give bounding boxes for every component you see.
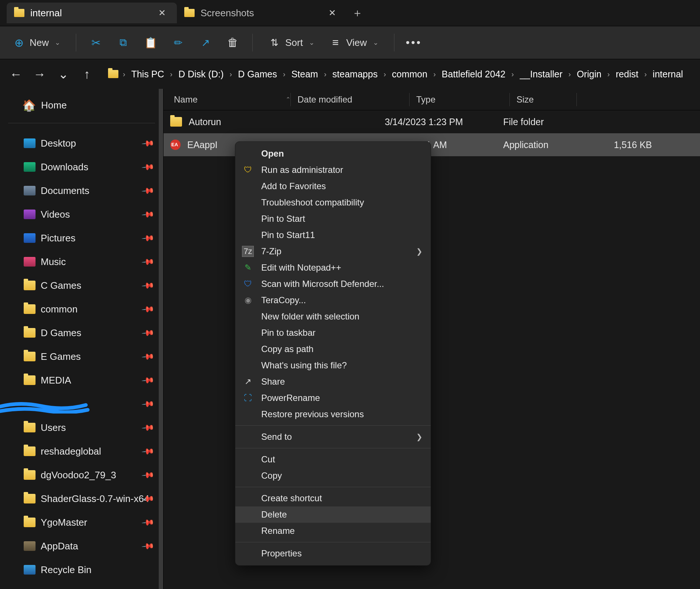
context-menu-item[interactable]: Create shortcut — [235, 490, 431, 506]
new-button[interactable]: ⊕ New ⌄ — [10, 33, 63, 52]
pin-icon: 📌 — [141, 515, 155, 529]
context-menu-item[interactable]: What's using this file? — [235, 357, 431, 374]
sidebar-item[interactable]: common📌 — [0, 297, 163, 321]
context-menu-label: Send to — [261, 432, 292, 442]
sidebar-item[interactable]: Music📌 — [0, 250, 163, 274]
pin-icon: 📌 — [141, 184, 155, 197]
back-button[interactable]: ← — [8, 67, 24, 81]
crumb[interactable]: common — [390, 67, 429, 81]
context-menu-item[interactable]: Open — [235, 145, 431, 162]
column-size[interactable]: Size — [510, 94, 576, 105]
context-menu-item[interactable]: Troubleshoot compatibility — [235, 194, 431, 211]
sidebar-item[interactable]: Pictures📌 — [0, 226, 163, 250]
sidebar-item[interactable]: reshadeglobal📌 — [0, 439, 163, 463]
cut-icon[interactable]: ✂ — [90, 36, 102, 49]
folder-icon — [14, 9, 24, 17]
chevron-right-icon: › — [169, 70, 174, 78]
crumb[interactable]: redist — [614, 67, 640, 81]
column-type[interactable]: Type — [410, 94, 509, 105]
crumb[interactable]: internal — [651, 67, 684, 81]
add-tab-button[interactable]: ＋ — [347, 3, 368, 23]
sidebar-item[interactable]: Downloads📌 — [0, 155, 163, 179]
sidebar-item[interactable]: Desktop📌 — [0, 131, 163, 155]
sidebar-item[interactable]: ShaderGlass-0.7-win-x64📌 — [0, 487, 163, 511]
pin-icon: 📌 — [141, 539, 155, 553]
sidebar-item[interactable]: D Games📌 — [0, 321, 163, 345]
context-menu-item[interactable]: Copy as path — [235, 341, 431, 357]
context-menu-item[interactable]: 7z7-Zip❯ — [235, 243, 431, 260]
column-headers: Name ⌃ Date modified Type Size — [164, 89, 700, 110]
sidebar-item[interactable]: C Games📌 — [0, 274, 163, 297]
more-icon[interactable]: ••• — [408, 36, 420, 49]
context-menu-item[interactable]: Cut — [235, 451, 431, 468]
crumb[interactable]: D Disk (D:) — [177, 67, 225, 81]
sidebar-item[interactable]: 📌 — [0, 392, 163, 416]
tab-screenshots[interactable]: Screenshots ✕ — [177, 3, 347, 23]
context-menu-item[interactable]: 🛡Scan with Microsoft Defender... — [235, 276, 431, 292]
folder-icon — [24, 281, 36, 290]
breadcrumb[interactable]: › This PC› D Disk (D:)› D Games› Steam› … — [103, 67, 692, 81]
sidebar-item[interactable]: Videos📌 — [0, 203, 163, 226]
context-menu-label: Rename — [261, 526, 295, 536]
share-icon[interactable]: ↗ — [199, 36, 212, 49]
crumb[interactable]: This PC — [130, 67, 166, 81]
paste-icon[interactable]: 📋 — [144, 36, 157, 49]
context-menu-item[interactable]: Send to❯ — [235, 429, 431, 445]
context-menu-divider — [235, 425, 431, 426]
sidebar-home[interactable]: 🏠 Home — [0, 93, 163, 117]
chevron-right-icon: › — [122, 70, 126, 78]
sidebar-item[interactable]: YgoMaster📌 — [0, 511, 163, 534]
context-menu-item[interactable]: Copy — [235, 468, 431, 484]
tab-internal[interactable]: internal ✕ — [7, 3, 177, 23]
context-menu-item[interactable]: ⛶PowerRename — [235, 390, 431, 406]
delete-icon[interactable]: 🗑 — [226, 36, 239, 49]
sidebar-item[interactable]: MEDIA📌 — [0, 368, 163, 392]
crumb[interactable]: __Installer — [518, 67, 564, 81]
defend-icon: 🛡 — [242, 279, 254, 289]
context-menu-item[interactable]: Add to Favorites — [235, 178, 431, 194]
context-menu-item[interactable]: Delete — [235, 506, 431, 523]
sort-button[interactable]: ⇅ Sort ⌄ — [266, 33, 317, 52]
crumb[interactable]: Steam — [290, 67, 319, 81]
crumb[interactable]: Battlefield 2042 — [440, 67, 507, 81]
forward-button[interactable]: → — [32, 67, 47, 81]
crumb[interactable]: Origin — [575, 67, 603, 81]
close-icon[interactable]: ✕ — [325, 6, 340, 20]
context-menu-item[interactable]: Properties — [235, 545, 431, 562]
pin-icon: 📌 — [141, 444, 155, 458]
column-divider[interactable] — [576, 93, 577, 106]
context-menu-item[interactable]: ↗Share — [235, 374, 431, 390]
context-menu-item[interactable]: ✎Edit with Notepad++ — [235, 260, 431, 276]
sidebar-item[interactable]: Recycle Bin — [0, 558, 163, 582]
sidebar-item-label: Downloads — [41, 161, 88, 173]
sidebar-item[interactable]: Users📌 — [0, 416, 163, 439]
context-menu-item[interactable]: New folder with selection — [235, 308, 431, 325]
documents-icon — [24, 186, 36, 195]
sidebar-item[interactable]: Documents📌 — [0, 179, 163, 203]
context-menu-item[interactable]: Pin to Start — [235, 211, 431, 227]
copy-icon[interactable]: ⧉ — [117, 36, 129, 49]
view-label: View — [346, 37, 367, 48]
column-date[interactable]: Date modified — [291, 94, 409, 105]
context-menu-item[interactable]: Rename — [235, 523, 431, 539]
rename-icon[interactable]: ✏ — [172, 36, 184, 49]
sidebar-item[interactable]: E Games📌 — [0, 345, 163, 368]
crumb[interactable]: steamapps — [331, 67, 379, 81]
context-menu-item[interactable]: Pin to Start11 — [235, 227, 431, 243]
sidebar-scrollbar[interactable] — [159, 89, 163, 589]
context-menu-item[interactable]: 🛡Run as administrator — [235, 162, 431, 178]
up-button[interactable]: ↑ — [79, 67, 95, 81]
sidebar-item[interactable]: dgVoodoo2_79_3📌 — [0, 463, 163, 487]
crumb[interactable]: D Games — [236, 67, 279, 81]
toolbar-divider — [394, 34, 394, 51]
close-icon[interactable]: ✕ — [155, 6, 169, 20]
context-menu-item[interactable]: Pin to taskbar — [235, 325, 431, 341]
view-button[interactable]: ≡ View ⌄ — [327, 33, 381, 52]
file-row[interactable]: Autorun3/14/2023 1:23 PMFile folder — [164, 110, 700, 133]
recent-locations-button[interactable]: ⌄ — [55, 67, 71, 81]
context-menu-item[interactable]: ◉TeraCopy... — [235, 292, 431, 308]
context-menu-item[interactable]: Restore previous versions — [235, 406, 431, 422]
sidebar-item[interactable]: AppData📌 — [0, 534, 163, 558]
context-menu-label: Cut — [261, 454, 275, 465]
tab-title: internal — [30, 7, 149, 19]
